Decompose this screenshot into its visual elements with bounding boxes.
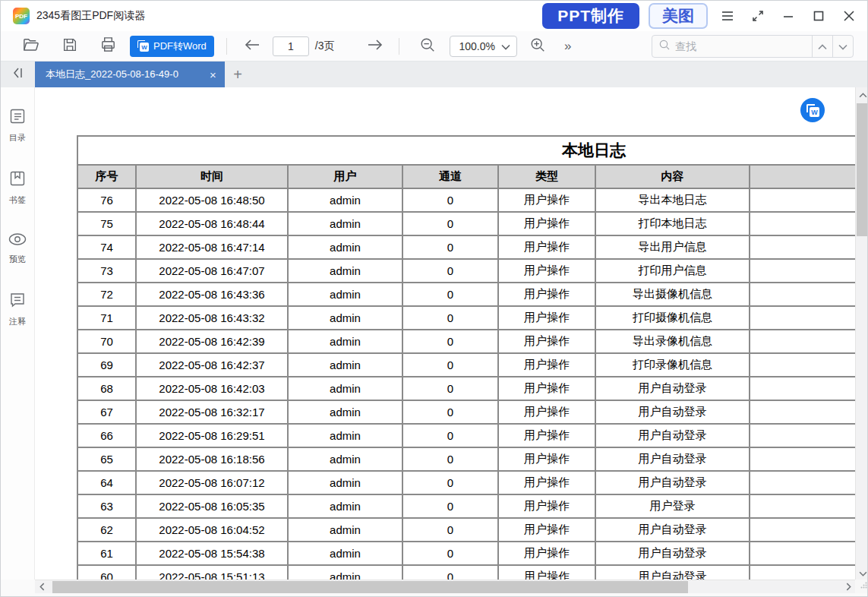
chevron-up-icon [818,39,827,53]
table-cell: 67 [77,400,136,424]
table-cell: 用户操作 [498,259,595,283]
scroll-up-button[interactable] [856,87,868,101]
zoom-out-button[interactable] [418,36,437,56]
sidebar-item-catalog[interactable]: 目录 [8,107,27,144]
word-fab-badge: W [810,107,819,117]
scroll-right-button[interactable] [841,580,855,594]
table-cell: 用户操作 [498,235,595,259]
table-row: 732022-05-08 16:47:07admin0用户操作打印用户信息 [77,259,855,283]
table-row: 672022-05-08 16:32:17admin0用户操作用户自动登录 [77,400,855,424]
next-page-button[interactable] [365,36,385,56]
table-cell: 用户自动登录 [595,518,750,542]
save-button[interactable] [60,36,80,56]
table-cell: 71 [77,306,136,330]
horizontal-scroll-thumb[interactable] [52,581,688,593]
page-number-input[interactable] [273,36,309,56]
search-field[interactable] [652,39,812,54]
table-cell [750,377,855,400]
column-header [750,165,855,188]
sidebar-item-annotations[interactable]: 注释 [8,291,27,327]
table-row: 762022-05-08 16:48:50admin0用户操作导出本地日志 [77,188,855,212]
close-button[interactable] [838,5,860,27]
chevron-down-icon [838,39,847,53]
table-cell [750,518,855,542]
table-cell: 0 [402,471,498,494]
resize-grip-icon[interactable] [860,578,867,592]
toolbar-separator [399,38,399,55]
sidebar-item-bookmarks[interactable]: 书签 [8,169,27,206]
table-cell: 2022-05-08 16:42:39 [136,330,288,353]
search-input[interactable] [675,40,806,52]
more-tools-button[interactable]: » [564,39,571,54]
close-icon [844,11,854,21]
table-cell: 打印本地日志 [595,212,750,235]
arrow-right-icon [367,39,383,54]
pdf-to-word-fab[interactable]: W [800,98,825,122]
table-row: 642022-05-08 16:07:12admin0用户操作用户自动登录 [77,471,855,494]
table-cell: 导出录像机信息 [595,330,750,353]
column-header: 内容 [595,165,750,188]
maximize-button[interactable] [808,5,829,27]
meitu-button[interactable]: 美图 [649,3,708,29]
column-header: 通道 [402,165,498,188]
document-tab[interactable]: 本地日志_2022-05-08-16-49-0 × [35,62,225,87]
menu-button[interactable] [717,5,738,27]
pdf-to-word-button[interactable]: W PDF转Word [130,36,214,57]
table-cell: 用户操作 [498,377,595,400]
table-cell: 2022-05-08 16:48:50 [136,188,288,212]
table-cell: 用户自动登录 [595,400,750,424]
print-button[interactable] [98,36,118,56]
table-cell: admin [288,306,402,330]
table-row: 652022-05-08 16:18:56admin0用户操作用户自动登录 [77,447,855,471]
table-cell: 用户自动登录 [595,565,750,580]
table-cell: admin [288,330,402,353]
chevron-right-icon [846,580,851,594]
collapse-sidebar-button[interactable] [1,62,35,87]
table-row: 712022-05-08 16:43:32admin0用户操作打印摄像机信息 [77,306,855,330]
table-cell [750,235,855,259]
arrow-left-icon [244,39,260,54]
sidebar: 目录 书签 预览 注释 [1,87,35,580]
search-next-button[interactable] [832,35,853,58]
table-cell: 用户操作 [498,212,595,235]
horizontal-scrollbar[interactable] [35,580,855,593]
table-cell: 68 [77,377,136,400]
scroll-left-button[interactable] [35,580,49,594]
table-cell: 2022-05-08 16:43:36 [136,283,288,306]
table-cell: admin [288,565,402,580]
vertical-scroll-thumb[interactable] [857,103,868,236]
search-icon [658,39,671,54]
table-cell: 用户操作 [498,424,595,447]
search-prev-button[interactable] [812,35,832,58]
table-row: 722022-05-08 16:43:36admin0用户操作导出摄像机信息 [77,283,855,306]
vertical-scrollbar[interactable] [855,87,868,580]
new-tab-button[interactable]: + [225,62,251,87]
table-cell: 72 [77,283,136,306]
minimize-button[interactable] [778,5,799,27]
document-viewport[interactable]: W 本地日志 序号时间用户通道类型内容 762022-05-08 16:48:5… [35,87,855,580]
folder-open-icon [22,36,39,56]
table-cell [750,565,855,580]
table-cell: 0 [402,283,498,306]
ppt-make-button[interactable]: PPT制作 [542,3,639,29]
zoom-in-button[interactable] [528,36,548,56]
table-cell: 导出本地日志 [595,188,750,212]
table-cell: admin [288,353,402,377]
table-cell: 2022-05-08 16:47:07 [136,259,288,283]
table-cell: 0 [402,306,498,330]
tab-close-icon[interactable]: × [210,69,216,81]
table-cell: admin [288,212,402,235]
table-cell: 用户操作 [498,565,595,580]
fullscreen-button[interactable] [747,5,769,27]
table-cell: 60 [77,565,136,580]
table-row: 692022-05-08 16:42:37admin0用户操作打印录像机信息 [77,353,855,377]
table-row: 662022-05-08 16:29:51admin0用户操作用户自动登录 [77,424,855,447]
table-cell: 用户操作 [498,330,595,353]
sidebar-item-preview[interactable]: 预览 [8,232,27,265]
zoom-level-select[interactable]: 100.0% [450,36,517,57]
open-file-button[interactable] [21,36,40,56]
prev-page-button[interactable] [242,36,262,56]
table-cell: 用户操作 [498,494,595,518]
column-header: 用户 [288,165,402,188]
table-row: 742022-05-08 16:47:14admin0用户操作导出用户信息 [77,235,855,259]
